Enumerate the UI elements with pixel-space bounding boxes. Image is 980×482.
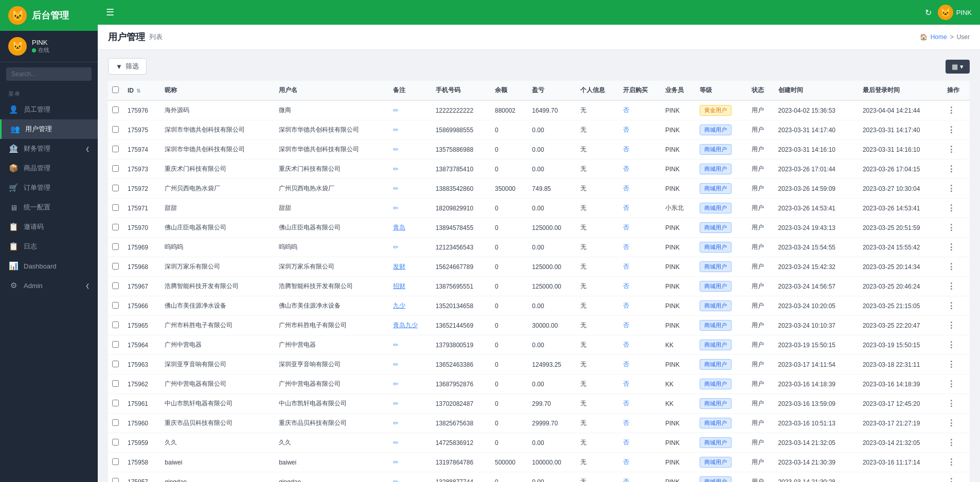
remark-link[interactable]: 青岛九少 xyxy=(393,322,418,329)
sidebar-item-order[interactable]: 🛒 订单管理 xyxy=(0,178,98,198)
action-menu-button[interactable]: ⋮ xyxy=(947,477,955,482)
row-checkbox[interactable] xyxy=(112,106,119,113)
select-all-checkbox[interactable] xyxy=(112,86,119,93)
edit-remark-icon[interactable]: ✏ xyxy=(393,126,399,134)
menu-icon[interactable]: ☰ xyxy=(106,7,114,18)
purchase-status[interactable]: 否 xyxy=(623,322,629,329)
purchase-status[interactable]: 否 xyxy=(623,165,629,172)
level-badge[interactable]: 商城用户 xyxy=(700,320,732,331)
row-checkbox[interactable] xyxy=(112,146,119,152)
level-badge[interactable]: 商城用户 xyxy=(700,437,732,448)
remark-link[interactable]: 九少 xyxy=(393,302,405,309)
purchase-status[interactable]: 否 xyxy=(623,419,629,426)
level-badge[interactable]: 商城用户 xyxy=(700,340,732,350)
purchase-status[interactable]: 否 xyxy=(623,282,629,290)
action-menu-button[interactable]: ⋮ xyxy=(947,145,955,154)
level-badge[interactable]: 黄金用户 xyxy=(700,105,732,116)
sidebar-item-finance[interactable]: 🏦 财务管理 ❮ xyxy=(0,139,98,158)
row-checkbox[interactable] xyxy=(112,439,119,445)
edit-remark-icon[interactable]: ✏ xyxy=(393,341,399,349)
level-badge[interactable]: 商城用户 xyxy=(700,379,732,389)
row-checkbox[interactable] xyxy=(112,302,119,309)
purchase-status[interactable]: 否 xyxy=(623,106,629,114)
row-checkbox[interactable] xyxy=(112,400,119,406)
level-badge[interactable]: 商城用户 xyxy=(700,281,732,292)
purchase-status[interactable]: 否 xyxy=(623,400,629,407)
row-checkbox[interactable] xyxy=(112,282,119,289)
level-badge[interactable]: 商城用户 xyxy=(700,457,732,468)
level-badge[interactable]: 商城用户 xyxy=(700,398,732,409)
level-badge[interactable]: 商城用户 xyxy=(700,300,732,311)
sidebar-item-config[interactable]: 🖥 统一配置 xyxy=(0,198,98,217)
sidebar-item-invite[interactable]: 📋 邀请码 xyxy=(0,217,98,237)
refresh-icon[interactable]: ↻ xyxy=(925,8,932,17)
purchase-status[interactable]: 否 xyxy=(623,439,629,446)
sidebar-item-log[interactable]: 📋 日志 xyxy=(0,237,98,256)
row-checkbox[interactable] xyxy=(112,322,119,328)
purchase-status[interactable]: 否 xyxy=(623,204,629,211)
purchase-status[interactable]: 否 xyxy=(623,224,629,231)
edit-remark-icon[interactable]: ✏ xyxy=(393,419,399,427)
purchase-status[interactable]: 否 xyxy=(623,478,629,482)
purchase-status[interactable]: 否 xyxy=(623,126,629,133)
level-badge[interactable]: 商城用户 xyxy=(700,144,732,155)
row-checkbox[interactable] xyxy=(112,204,119,211)
topbar-user[interactable]: 🐱 PINK xyxy=(938,5,972,20)
sidebar-item-admin[interactable]: ⚙ Admin ❮ xyxy=(0,276,98,295)
edit-remark-icon[interactable]: ✏ xyxy=(393,243,399,251)
sidebar-item-product[interactable]: 📦 商品管理 xyxy=(0,158,98,178)
sidebar-item-staff[interactable]: 👤 员工管理 xyxy=(0,100,98,119)
action-menu-button[interactable]: ⋮ xyxy=(947,458,955,467)
action-menu-button[interactable]: ⋮ xyxy=(947,204,955,212)
level-badge[interactable]: 商城用户 xyxy=(700,359,732,370)
action-menu-button[interactable]: ⋮ xyxy=(947,360,955,369)
remark-link[interactable]: 青岛 xyxy=(393,224,405,231)
edit-remark-icon[interactable]: ✏ xyxy=(393,380,399,388)
edit-remark-icon[interactable]: ✏ xyxy=(393,478,399,482)
breadcrumb-home[interactable]: Home xyxy=(931,33,947,41)
sidebar-item-dashboard[interactable]: 📊 Dashboard xyxy=(0,256,98,276)
action-menu-button[interactable]: ⋮ xyxy=(947,184,955,193)
remark-link[interactable]: 招财 xyxy=(393,282,405,290)
level-badge[interactable]: 商城用户 xyxy=(700,242,732,253)
action-menu-button[interactable]: ⋮ xyxy=(947,399,955,408)
level-badge[interactable]: 商城用户 xyxy=(700,124,732,135)
row-checkbox[interactable] xyxy=(112,380,119,387)
filter-button[interactable]: ▼ 筛选 xyxy=(108,58,147,75)
level-badge[interactable]: 商城用户 xyxy=(700,222,732,233)
action-menu-button[interactable]: ⋮ xyxy=(947,106,955,115)
action-menu-button[interactable]: ⋮ xyxy=(947,262,955,271)
row-checkbox[interactable] xyxy=(112,419,119,426)
row-checkbox[interactable] xyxy=(112,341,119,348)
row-checkbox[interactable] xyxy=(112,126,119,133)
row-checkbox[interactable] xyxy=(112,243,119,250)
action-menu-button[interactable]: ⋮ xyxy=(947,341,955,349)
header-id[interactable]: ID ⇅ xyxy=(123,81,161,100)
row-checkbox[interactable] xyxy=(112,224,119,230)
edit-remark-icon[interactable]: ✏ xyxy=(393,185,399,192)
level-badge[interactable]: 商城用户 xyxy=(700,203,732,213)
search-input[interactable] xyxy=(6,67,92,81)
action-menu-button[interactable]: ⋮ xyxy=(947,321,955,330)
purchase-status[interactable]: 否 xyxy=(623,380,629,387)
edit-remark-icon[interactable]: ✏ xyxy=(393,400,399,407)
purchase-status[interactable]: 否 xyxy=(623,458,629,466)
view-button[interactable]: ▦ ▾ xyxy=(946,60,970,74)
action-menu-button[interactable]: ⋮ xyxy=(947,438,955,447)
row-checkbox[interactable] xyxy=(112,458,119,465)
row-checkbox[interactable] xyxy=(112,263,119,270)
action-menu-button[interactable]: ⋮ xyxy=(947,419,955,427)
row-checkbox[interactable] xyxy=(112,361,119,367)
purchase-status[interactable]: 否 xyxy=(623,185,629,192)
level-badge[interactable]: 商城用户 xyxy=(700,183,732,194)
edit-remark-icon[interactable]: ✏ xyxy=(393,361,399,368)
edit-remark-icon[interactable]: ✏ xyxy=(393,204,399,212)
level-badge[interactable]: 商城用户 xyxy=(700,164,732,174)
level-badge[interactable]: 商城用户 xyxy=(700,261,732,272)
edit-remark-icon[interactable]: ✏ xyxy=(393,165,399,173)
action-menu-button[interactable]: ⋮ xyxy=(947,165,955,173)
level-badge[interactable]: 商城用户 xyxy=(700,418,732,429)
action-menu-button[interactable]: ⋮ xyxy=(947,282,955,291)
purchase-status[interactable]: 否 xyxy=(623,146,629,153)
purchase-status[interactable]: 否 xyxy=(623,243,629,251)
